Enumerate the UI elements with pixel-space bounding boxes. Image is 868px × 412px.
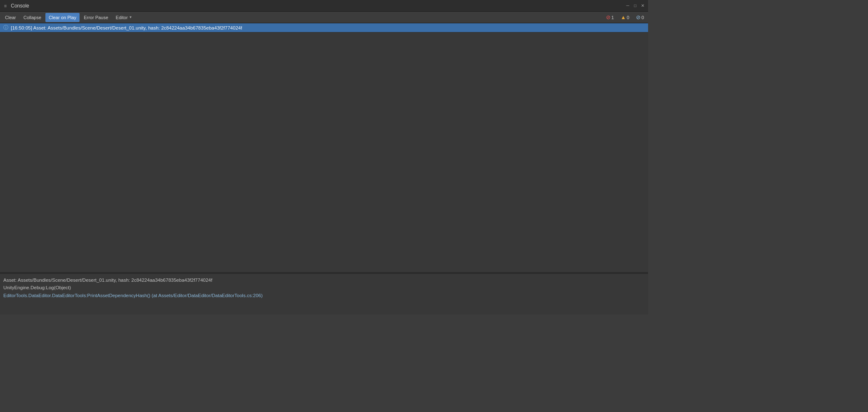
info-badge-button[interactable]: ⊘ 0 [634,13,646,22]
title-label: Console [11,3,29,9]
dropdown-arrow-icon: ▼ [129,15,132,19]
detail-area: Asset: Assets/Bundles/Scene/Desert/Deser… [0,273,648,315]
toolbar-right: ⊘ 1 ▲ 0 ⊘ 0 [604,13,646,22]
title-bar-left: ≡ Console [2,3,29,9]
collapse-button[interactable]: Collapse [20,13,45,22]
info-count: 0 [641,15,644,20]
editor-label: Editor [116,15,128,20]
editor-dropdown-button[interactable]: Editor ▼ [112,13,136,22]
error-badge-button[interactable]: ⊘ 1 [604,13,616,22]
warning-count: 0 [627,15,629,20]
title-bar-right: ─ □ ✕ [625,3,646,9]
toolbar: Clear Collapse Clear on Play Error Pause… [0,12,648,23]
error-pause-button[interactable]: Error Pause [80,13,112,22]
log-area[interactable]: ⓘ [16:50:05] Asset: Assets/Bundles/Scene… [0,23,648,273]
log-entry[interactable]: ⓘ [16:50:05] Asset: Assets/Bundles/Scene… [0,23,648,32]
detail-line-0: Asset: Assets/Bundles/Scene/Desert/Deser… [3,276,645,284]
detail-line-2[interactable]: EditorTools.DataEditor.DataEditorTools:P… [3,292,645,299]
minimize-button[interactable]: ─ [625,3,631,9]
log-entry-text: [16:50:05] Asset: Assets/Bundles/Scene/D… [11,25,242,30]
error-count: 1 [611,15,614,20]
warning-badge-button[interactable]: ▲ 0 [618,13,632,22]
clear-on-play-button[interactable]: Clear on Play [45,13,80,22]
warning-icon: ▲ [621,14,626,20]
error-icon: ⊘ [606,14,611,20]
maximize-button[interactable]: □ [632,3,638,9]
info-icon: ⊘ [636,14,641,20]
title-bar: ≡ Console ─ □ ✕ [0,0,648,12]
log-entry-icon: ⓘ [2,25,9,31]
console-icon: ≡ [2,3,8,9]
close-button[interactable]: ✕ [640,3,646,9]
console-panel: ≡ Console ─ □ ✕ Clear Collapse Clear on … [0,0,648,315]
detail-line-1: UnityEngine.Debug:Log(Object) [3,284,645,291]
clear-button[interactable]: Clear [2,13,19,22]
